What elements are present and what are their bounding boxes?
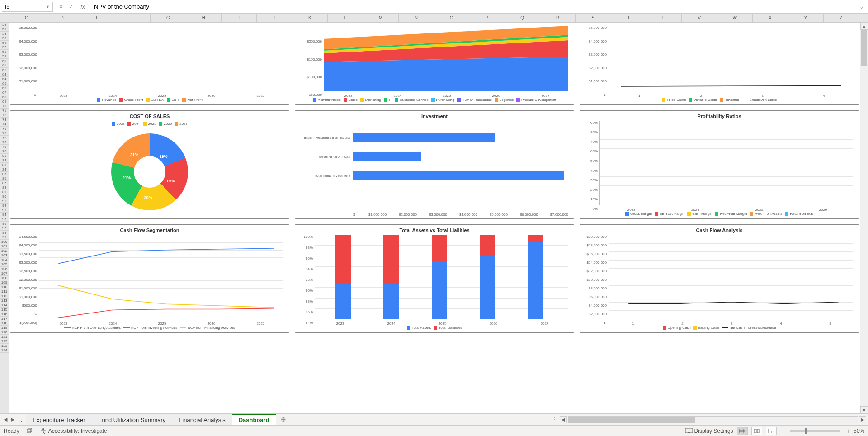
column-header[interactable]: H bbox=[186, 14, 222, 22]
row-header[interactable]: 119 bbox=[0, 326, 9, 330]
column-header[interactable]: V bbox=[682, 14, 717, 22]
column-header[interactable]: S bbox=[576, 14, 611, 22]
tab-scroll-controls[interactable]: ◀ ▶ ... bbox=[0, 414, 26, 425]
row-header[interactable]: 101 bbox=[0, 244, 9, 249]
row-header[interactable]: 82 bbox=[0, 158, 9, 163]
row-header[interactable]: 121 bbox=[0, 335, 9, 339]
chart-cost-of-sales[interactable]: COST OF SALES 20232024202520262027 19% 1… bbox=[10, 110, 289, 219]
row-header[interactable]: 104 bbox=[0, 258, 9, 262]
column-header[interactable]: L bbox=[328, 14, 363, 22]
sheet-tab[interactable]: Dashboard bbox=[232, 414, 276, 425]
scroll-up-icon[interactable]: ▲ bbox=[860, 23, 868, 30]
row-header[interactable]: 61 bbox=[0, 63, 9, 68]
zoom-out-button[interactable]: − bbox=[780, 427, 784, 435]
row-header[interactable]: 115 bbox=[0, 308, 9, 312]
row-header[interactable]: 60 bbox=[0, 59, 9, 63]
horizontal-scrollbar[interactable]: ⋮ ◀ ▶ bbox=[550, 414, 866, 425]
row-header[interactable]: 120 bbox=[0, 330, 9, 335]
fx-icon[interactable]: fx bbox=[79, 3, 87, 11]
zoom-slider[interactable] bbox=[790, 430, 840, 432]
row-header[interactable]: 58 bbox=[0, 50, 9, 54]
row-header[interactable]: 109 bbox=[0, 280, 9, 285]
row-header[interactable]: 95 bbox=[0, 217, 9, 222]
row-header[interactable]: 77 bbox=[0, 136, 9, 140]
row-header[interactable]: 75 bbox=[0, 127, 9, 131]
row-header[interactable]: 89 bbox=[0, 190, 9, 194]
row-header[interactable]: 56 bbox=[0, 41, 9, 45]
row-header[interactable]: 70 bbox=[0, 104, 9, 109]
column-header[interactable]: W bbox=[717, 14, 753, 22]
row-header[interactable]: 103 bbox=[0, 253, 9, 258]
column-header[interactable]: T bbox=[611, 14, 646, 22]
row-header[interactable]: 86 bbox=[0, 176, 9, 181]
scroll-left-icon[interactable]: ◀ bbox=[560, 416, 567, 423]
chart-investment[interactable]: Investment Initial Investment from Equit… bbox=[295, 110, 574, 219]
row-header[interactable]: 53 bbox=[0, 27, 9, 32]
zoom-in-button[interactable]: + bbox=[846, 427, 850, 435]
row-header[interactable]: 102 bbox=[0, 249, 9, 253]
column-header[interactable]: U bbox=[646, 14, 682, 22]
row-header[interactable]: 118 bbox=[0, 321, 9, 326]
view-page-layout-button[interactable] bbox=[751, 427, 762, 435]
row-header[interactable]: 108 bbox=[0, 276, 9, 280]
row-header[interactable]: 85 bbox=[0, 172, 9, 176]
row-header[interactable]: 91 bbox=[0, 199, 9, 204]
name-box[interactable]: I5 ▼ bbox=[2, 2, 53, 12]
row-header[interactable]: 106 bbox=[0, 267, 9, 271]
view-normal-button[interactable] bbox=[737, 427, 748, 435]
sheet-tab[interactable]: Expenditure Tracker bbox=[26, 414, 92, 425]
row-header[interactable]: 69 bbox=[0, 100, 9, 104]
row-header[interactable]: 111 bbox=[0, 289, 9, 294]
column-header[interactable]: Q bbox=[505, 14, 540, 22]
row-header[interactable]: 78 bbox=[0, 140, 9, 145]
row-header[interactable]: 62 bbox=[0, 68, 9, 72]
column-header[interactable]: F bbox=[115, 14, 151, 22]
tab-scroll-left-icon[interactable]: ◀ bbox=[3, 417, 8, 422]
column-header[interactable]: J bbox=[257, 14, 292, 22]
column-header[interactable]: M bbox=[363, 14, 398, 22]
row-header[interactable]: 110 bbox=[0, 285, 9, 289]
row-header[interactable]: 67 bbox=[0, 90, 9, 95]
column-header[interactable]: O bbox=[434, 14, 469, 22]
accessibility-status[interactable]: Accessibility: Investigate bbox=[40, 428, 107, 434]
row-header[interactable]: 97 bbox=[0, 226, 9, 231]
column-header[interactable]: R bbox=[540, 14, 576, 22]
column-header[interactable]: G bbox=[151, 14, 186, 22]
row-header[interactable]: 88 bbox=[0, 185, 9, 190]
row-header[interactable]: 124 bbox=[0, 348, 9, 353]
chart-breakeven[interactable]: $5,000,000$4,000,000$3,000,000$2,000,000… bbox=[580, 24, 859, 105]
view-page-break-button[interactable] bbox=[766, 427, 777, 435]
row-header[interactable]: 116 bbox=[0, 312, 9, 317]
row-header[interactable]: 74 bbox=[0, 122, 9, 127]
row-header[interactable]: 122 bbox=[0, 339, 9, 344]
row-header[interactable]: 105 bbox=[0, 262, 9, 267]
row-header[interactable]: 52 bbox=[0, 23, 9, 27]
row-header[interactable]: 66 bbox=[0, 86, 9, 90]
column-header[interactable]: C bbox=[9, 14, 44, 22]
row-header[interactable]: 100 bbox=[0, 240, 9, 244]
row-header[interactable]: 114 bbox=[0, 303, 9, 308]
row-header[interactable]: 73 bbox=[0, 118, 9, 122]
column-header[interactable]: D bbox=[44, 14, 80, 22]
row-header[interactable]: 68 bbox=[0, 95, 9, 100]
chart-revenue-grouped[interactable]: $5,000,000$4,000,000$3,000,000$2,000,000… bbox=[10, 24, 289, 105]
sheet-tab[interactable]: Financial Analysis bbox=[172, 414, 232, 425]
row-header[interactable]: 98 bbox=[0, 231, 9, 235]
row-header[interactable]: 57 bbox=[0, 45, 9, 50]
row-header[interactable]: 64 bbox=[0, 77, 9, 81]
sheet-tab[interactable]: Fund Utilization Summary bbox=[92, 414, 173, 425]
row-header[interactable]: 107 bbox=[0, 271, 9, 276]
row-header[interactable]: 96 bbox=[0, 222, 9, 226]
chart-cashflow-seg[interactable]: Cash Flow Segmentation $4,500,000$4,000,… bbox=[10, 224, 289, 333]
column-header[interactable]: E bbox=[80, 14, 115, 22]
row-header[interactable]: 117 bbox=[0, 317, 9, 321]
column-header[interactable]: N bbox=[399, 14, 434, 22]
chart-profitability[interactable]: Profitability Ratios 90%80%70%60%50%40%3… bbox=[580, 110, 859, 219]
row-header[interactable]: 113 bbox=[0, 299, 9, 303]
add-sheet-button[interactable]: ⊕ bbox=[276, 414, 291, 425]
row-header[interactable]: 59 bbox=[0, 54, 9, 59]
chart-cashflow-analysis[interactable]: Cash Flow Analysis $20,000,000$18,000,00… bbox=[580, 224, 859, 333]
macro-record-icon[interactable] bbox=[27, 428, 33, 434]
column-header[interactable]: X bbox=[753, 14, 788, 22]
row-header[interactable]: 94 bbox=[0, 213, 9, 217]
